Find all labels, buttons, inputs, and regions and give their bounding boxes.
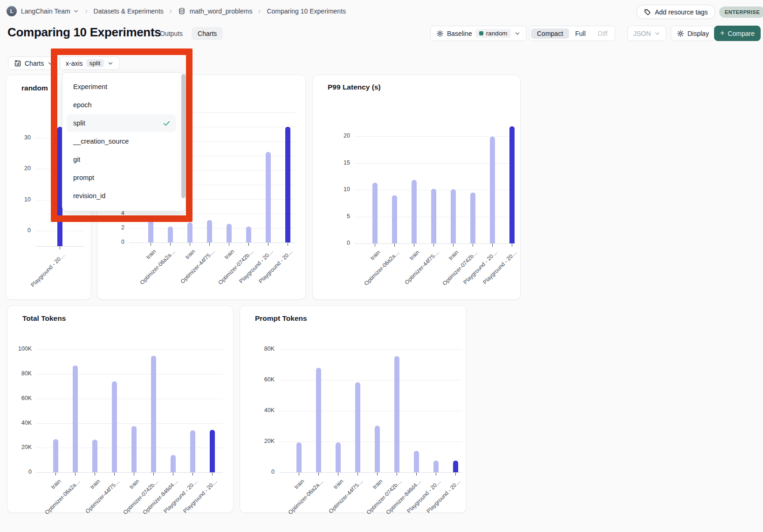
y-tick-label: 30 — [10, 134, 31, 141]
x-tick-label: Optimizer-0742b… — [365, 478, 403, 516]
chart-title: P99 Latency (s) — [328, 83, 381, 91]
x-tick — [357, 473, 358, 476]
x-tick — [318, 473, 319, 476]
charts-dropdown-button[interactable]: Charts — [8, 56, 60, 70]
tab-outputs[interactable]: Outputs — [154, 27, 189, 40]
json-label: JSON — [633, 30, 651, 37]
x-tick — [134, 473, 135, 476]
x-tick — [209, 243, 210, 246]
menu-item-label: prompt — [73, 174, 94, 181]
x-tick — [455, 473, 456, 476]
plus-icon: + — [720, 29, 724, 37]
xaxis-menu-item-experiment[interactable]: Experiment — [67, 78, 176, 96]
x-tick — [397, 473, 398, 476]
y-tick-label: 0 — [104, 239, 124, 245]
xaxis-selector-button[interactable]: x-axis split — [60, 56, 120, 70]
compare-button[interactable]: + Compare — [714, 26, 761, 41]
x-tick — [75, 473, 76, 476]
x-tick — [377, 473, 378, 476]
tag-icon — [644, 8, 651, 16]
baseline-label: Baseline — [447, 30, 472, 37]
x-tick — [436, 473, 437, 476]
x-tick-label: Playground - 20… — [462, 249, 499, 285]
bar-optimizer-0742b- — [470, 193, 475, 243]
gear-icon — [677, 30, 684, 37]
bar-optimizer-44f75- — [355, 382, 360, 472]
view-mode-full[interactable]: Full — [569, 28, 592, 39]
chart-title: Prompt Tokens — [255, 314, 307, 323]
x-tick-label: Playground - 20… — [426, 478, 462, 514]
breadcrumb-team[interactable]: LangChain Team — [21, 7, 79, 15]
add-resource-tags-button[interactable]: Add resource tags — [636, 5, 715, 19]
xaxis-label: x-axis — [66, 60, 83, 67]
view-mode-segmented: CompactFullDiff — [529, 26, 615, 41]
xaxis-menu-item-revision-id[interactable]: revision_id — [67, 187, 176, 205]
x-tick — [95, 473, 96, 476]
x-tick-label: Playground - 20… — [258, 248, 294, 284]
view-mode-compact[interactable]: Compact — [531, 28, 569, 39]
y-tick-label: 20 — [10, 165, 31, 172]
x-axis-line — [355, 243, 516, 244]
page: L LangChain Team Datasets & Experiments … — [0, 0, 763, 532]
xaxis-menu-item-split[interactable]: split — [67, 114, 176, 132]
x-tick-label: train — [49, 478, 62, 490]
menu-item-label: Experiment — [73, 83, 107, 90]
y-tick-label: 40K — [254, 407, 275, 414]
view-tabs: OutputsCharts — [154, 27, 223, 40]
y-tick-label: 10 — [330, 186, 350, 193]
bar-train — [412, 180, 417, 243]
x-tick — [414, 244, 415, 247]
menu-scrollbar-thumb[interactable] — [181, 74, 186, 198]
x-tick — [416, 473, 417, 476]
bar-train — [372, 183, 378, 243]
baseline-selector[interactable]: Baseline random — [430, 26, 527, 41]
tab-charts[interactable]: Charts — [192, 27, 223, 40]
database-icon — [178, 7, 186, 15]
bar-playground-20- — [57, 127, 62, 246]
x-tick — [299, 473, 300, 476]
bar-playground-20- — [190, 430, 195, 472]
bar-train — [375, 426, 380, 473]
gridline — [279, 411, 462, 411]
x-tick-label: train — [128, 478, 140, 490]
breadcrumb: L LangChain Team Datasets & Experiments … — [7, 6, 346, 16]
x-tick — [375, 244, 376, 247]
y-tick-label: 2 — [104, 224, 124, 231]
bar-playground-20- — [490, 137, 495, 243]
team-avatar[interactable]: L — [7, 6, 17, 16]
x-tick-label: train — [223, 248, 235, 260]
x-tick — [492, 244, 493, 247]
y-tick-label: 0 — [254, 469, 275, 475]
x-tick — [151, 243, 151, 246]
x-tick — [173, 473, 174, 476]
y-tick-label: 0 — [330, 240, 350, 246]
add-chart-icon — [14, 60, 21, 67]
breadcrumb-datasets[interactable]: Datasets & Experiments — [94, 7, 164, 15]
x-tick — [153, 473, 154, 476]
bar-playground-20- — [509, 126, 515, 243]
gear-icon — [436, 30, 444, 37]
xaxis-menu-item--creation-source[interactable]: __creation_source — [67, 132, 176, 150]
gridline — [36, 423, 223, 424]
xaxis-menu-item-prompt[interactable]: prompt — [67, 169, 176, 187]
gridline — [279, 349, 462, 350]
xaxis-menu: Experimentepochsplit__creation_sourcegit… — [62, 72, 186, 211]
json-selector[interactable]: JSON — [627, 26, 667, 41]
x-tick-label: train — [447, 249, 459, 261]
x-tick-label: train — [332, 478, 344, 490]
bar-optimizer-0742b- — [394, 356, 399, 472]
x-tick-label: Playground - 20… — [482, 249, 518, 285]
y-tick-label: 0 — [11, 469, 32, 475]
breadcrumb-dataset-name[interactable]: math_word_problems — [190, 7, 253, 15]
bar-optimizer-44f75- — [207, 220, 212, 242]
chevron-down-icon — [47, 60, 54, 67]
compare-label: Compare — [728, 30, 755, 37]
menu-item-label: epoch — [73, 101, 92, 109]
chevron-down-icon — [654, 30, 660, 37]
display-button[interactable]: Display — [671, 26, 715, 41]
xaxis-menu-item-epoch[interactable]: epoch — [67, 96, 176, 114]
x-tick-label: Optimizer-44f75… — [403, 249, 440, 286]
menu-item-label: revision_id — [73, 192, 105, 200]
chevron-down-icon — [73, 8, 79, 14]
xaxis-menu-item-git[interactable]: git — [67, 151, 176, 168]
